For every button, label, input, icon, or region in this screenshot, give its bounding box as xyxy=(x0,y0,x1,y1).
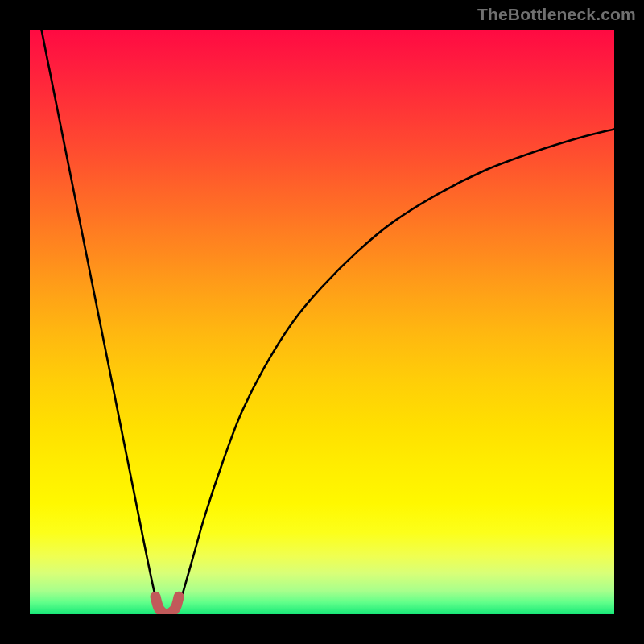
curve-right xyxy=(176,129,615,614)
watermark-text: TheBottleneck.com xyxy=(477,5,636,24)
chart-frame: TheBottleneck.com xyxy=(0,0,644,644)
curve-left xyxy=(42,30,162,614)
curve-layer xyxy=(30,30,614,614)
min-marker xyxy=(155,597,179,614)
plot-area xyxy=(30,30,614,614)
